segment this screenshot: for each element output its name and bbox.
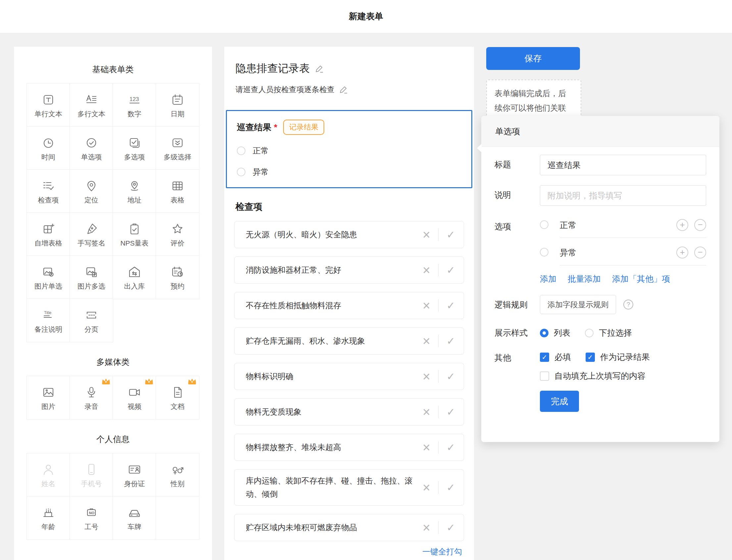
display-option-dropdown[interactable]: 下拉选择	[599, 327, 632, 338]
option-text[interactable]: 异常	[560, 247, 670, 258]
checkbox-label[interactable]: 自动填充上次填写的内容	[554, 370, 646, 381]
cross-icon[interactable]: ×	[422, 405, 430, 419]
radio-icon[interactable]	[237, 168, 246, 176]
checklist-row[interactable]: 无火源（明火、暗火）安全隐患 ×✓	[234, 221, 464, 248]
cross-icon[interactable]: ×	[422, 263, 430, 277]
field-option-abnormal[interactable]: 异常	[237, 167, 461, 177]
check-icon[interactable]: ✓	[446, 335, 455, 347]
checkbox-label[interactable]: 必填	[554, 352, 571, 363]
palette-item-rating[interactable]: 评价	[156, 213, 199, 256]
add-option-button[interactable]: +	[676, 247, 688, 258]
checklist-row[interactable]: 消防设施和器材正常、完好 ×✓	[234, 256, 464, 284]
checkbox-as-record-result-checked[interactable]: ✓	[586, 353, 595, 362]
palette-item-image-single-choice[interactable]: 图片单选	[27, 256, 70, 299]
radio-icon[interactable]	[540, 248, 548, 256]
radio-icon[interactable]	[585, 329, 593, 337]
help-icon[interactable]: ?	[623, 300, 633, 309]
palette-item-multi-level-select[interactable]: 多级选择	[156, 127, 199, 170]
palette-item-table[interactable]: 表格	[156, 170, 199, 213]
palette-item-number[interactable]: 123 数字	[113, 84, 156, 127]
checklist-row[interactable]: 物料无变质现象 ×✓	[234, 398, 464, 425]
palette-item-booking[interactable]: 预约	[156, 256, 199, 299]
selected-field-card[interactable]: 巡查结果 * 记录结果 正常 异常	[226, 110, 472, 188]
checkbox-autofill-unchecked[interactable]	[540, 371, 549, 381]
cross-icon[interactable]: ×	[422, 228, 430, 241]
palette-item-multi-choice[interactable]: 多选项	[113, 127, 156, 170]
checklist-item-text: 消防设施和器材正常、完好	[246, 263, 422, 277]
palette-item-single-line-text[interactable]: 单行文本	[27, 84, 70, 127]
checklist-row[interactable]: 库内运输、装卸不存在摔、碰、撞击、拖拉、滚动、倾倒 ×✓	[234, 469, 464, 506]
cross-icon[interactable]: ×	[422, 299, 430, 312]
option-row-normal: 正常 + −	[540, 219, 706, 238]
palette-item-person-name[interactable]: 姓名	[27, 453, 70, 496]
checklist-row[interactable]: 物料摆放整齐、堆垛未超高 ×✓	[234, 434, 464, 461]
palette-item-single-choice[interactable]: 单选项	[70, 127, 113, 170]
add-option-button[interactable]: +	[676, 219, 688, 231]
done-button[interactable]: 完成	[540, 391, 579, 412]
remove-option-button[interactable]: −	[694, 247, 706, 258]
palette-item-time[interactable]: 时间	[27, 127, 70, 170]
palette-item-inventory-in-out[interactable]: 出入库	[113, 256, 156, 299]
palette-item-audio-record[interactable]: v 录音	[70, 376, 113, 419]
add-display-rule-button[interactable]: 添加字段显示规则	[540, 295, 616, 314]
palette-item-signature[interactable]: 手写签名	[70, 213, 113, 256]
palette-item-license-plate[interactable]: 车牌	[113, 496, 156, 539]
palette-item-picture[interactable]: 图片	[27, 376, 70, 419]
palette-item-note[interactable]: Title 备注说明	[27, 299, 70, 342]
checkbox-required-checked[interactable]: ✓	[540, 353, 549, 362]
divider	[438, 481, 438, 494]
description-input[interactable]	[540, 185, 706, 206]
field-option-normal[interactable]: 正常	[237, 145, 461, 156]
check-icon[interactable]: ✓	[446, 264, 455, 276]
title-input[interactable]	[540, 155, 706, 175]
check-icon[interactable]: ✓	[446, 481, 455, 494]
radio-icon[interactable]	[237, 146, 246, 155]
palette-item-address[interactable]: 地址	[113, 170, 156, 213]
check-icon[interactable]: ✓	[446, 370, 455, 383]
option-text[interactable]: 正常	[560, 220, 670, 231]
cross-icon[interactable]: ×	[422, 481, 430, 494]
remove-option-button[interactable]: −	[694, 219, 706, 231]
palette-item-check-item[interactable]: 检查项	[27, 170, 70, 213]
palette-item-nps-scale[interactable]: NPS量表	[113, 213, 156, 256]
palette-item-mobile-phone[interactable]: 手机号	[70, 453, 113, 496]
add-link[interactable]: 添加	[540, 273, 556, 284]
palette-item-age[interactable]: 年龄	[27, 496, 70, 539]
edit-title-icon[interactable]	[315, 64, 324, 73]
add-other-link[interactable]: 添加「其他」项	[612, 273, 670, 284]
palette-item-employee-no[interactable]: NO 工号	[70, 496, 113, 539]
cross-icon[interactable]: ×	[422, 370, 430, 383]
checklist-row[interactable]: 贮存区域内未堆积可燃废弃物品 ×✓	[234, 514, 464, 541]
palette-item-date[interactable]: 日期	[156, 84, 199, 127]
palette-item-auto-increment-table[interactable]: 自增表格	[27, 213, 70, 256]
palette-item-document[interactable]: v 文档	[156, 376, 199, 419]
palette-item-pagination[interactable]: 分页	[70, 299, 113, 342]
cross-icon[interactable]: ×	[422, 521, 430, 534]
checklist-row[interactable]: 物料标识明确 ×✓	[234, 363, 464, 390]
check-icon[interactable]: ✓	[446, 522, 455, 534]
radio-selected-icon[interactable]	[540, 329, 548, 337]
palette-item-multi-line-text[interactable]: 多行文本	[70, 84, 113, 127]
cross-icon[interactable]: ×	[422, 334, 430, 348]
checklist-row[interactable]: 贮存仓库无漏雨、积水、渗水现象 ×✓	[234, 327, 464, 355]
vip-crown-icon: v	[187, 377, 197, 386]
check-icon[interactable]: ✓	[446, 229, 455, 241]
checklist-row[interactable]: 不存在性质相抵触物料混存 ×✓	[234, 292, 464, 319]
check-icon[interactable]: ✓	[446, 300, 455, 312]
display-option-list[interactable]: 列表	[554, 327, 570, 338]
cross-icon[interactable]: ×	[422, 441, 430, 454]
check-icon[interactable]: ✓	[446, 441, 455, 454]
palette-item-video[interactable]: v 视频	[113, 376, 156, 419]
check-all-link[interactable]: 一键全打勾	[422, 547, 462, 556]
palette-item-gender[interactable]: 性别	[156, 453, 199, 496]
batch-add-link[interactable]: 批量添加	[568, 273, 601, 284]
checkbox-label[interactable]: 作为记录结果	[600, 352, 650, 363]
palette-item-id-card[interactable]: 身份证	[113, 453, 156, 496]
check-icon[interactable]: ✓	[446, 406, 455, 418]
edit-subtitle-icon[interactable]	[339, 85, 348, 94]
palette-item-image-multi-choice[interactable]: 图片多选	[70, 256, 113, 299]
field-settings-panel: 单选项 标题 说明 选项 正常 + −	[481, 116, 719, 442]
radio-icon[interactable]	[540, 220, 548, 229]
palette-item-locate[interactable]: 定位	[70, 170, 113, 213]
save-button[interactable]: 保存	[486, 47, 580, 70]
